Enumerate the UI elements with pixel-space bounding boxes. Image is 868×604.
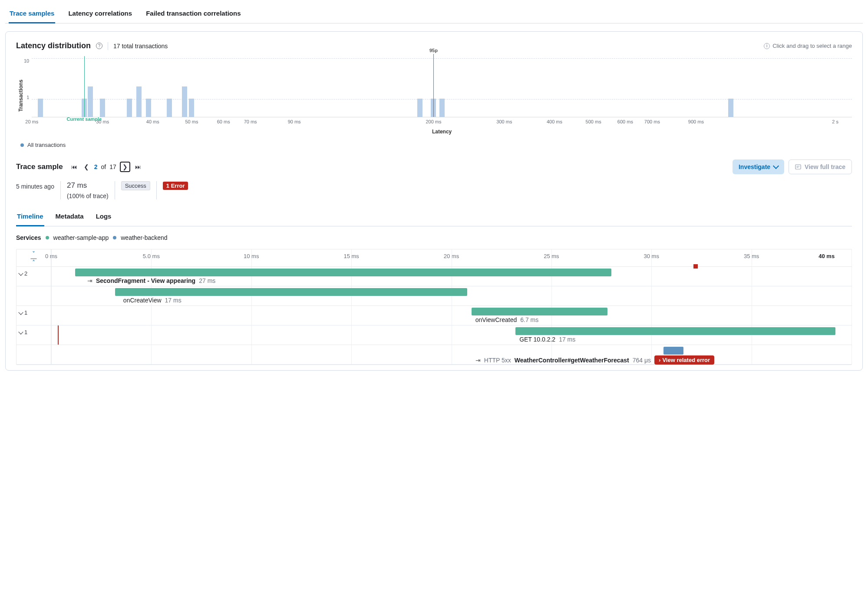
x-tick: 90 ms <box>288 119 301 124</box>
latency-dist-subtitle: 17 total transactions <box>113 43 168 50</box>
span-row[interactable]: ⇥HTTP 5xxWeatherController#getWeatherFor… <box>17 345 851 365</box>
span-row[interactable]: 2⇥SecondFragment - View appearing27 ms <box>17 267 851 286</box>
span-duration: 17 ms <box>559 336 575 343</box>
x-ticks: Current sample20 ms30 ms40 ms50 ms60 ms7… <box>32 119 852 127</box>
view-full-trace-button[interactable]: View full trace <box>789 159 852 174</box>
x-tick: 900 ms <box>688 119 704 124</box>
tab-metadata[interactable]: Metadata <box>55 208 85 226</box>
histogram-bar[interactable] <box>127 99 132 117</box>
tab-logs[interactable]: Logs <box>95 208 112 226</box>
row-track: ⇥SecondFragment - View appearing27 ms <box>51 267 851 286</box>
y-tick: 1 <box>26 95 29 100</box>
divider <box>60 181 61 199</box>
row-toggle[interactable]: 2 <box>17 267 51 286</box>
tab-failed-tx-correlations[interactable]: Failed transaction correlations <box>145 5 241 23</box>
row-toggle[interactable]: 1 <box>17 306 51 325</box>
p95-label: 95p <box>429 48 438 53</box>
pager-of: of <box>101 163 106 170</box>
x-tick: 200 ms <box>426 119 441 124</box>
waterfall-ruler: ˅—˄ 0 ms5.0 ms10 ms15 ms20 ms25 ms30 ms3… <box>17 249 851 267</box>
view-full-trace-label: View full trace <box>805 163 845 170</box>
x-tick: 40 ms <box>146 119 159 124</box>
histogram-bar[interactable] <box>182 86 187 117</box>
span-name: GET 10.0.2.2 <box>519 336 555 343</box>
related-error-label: View related error <box>662 357 710 363</box>
info-icon[interactable]: ? <box>96 43 102 49</box>
span-bar[interactable] <box>515 327 835 335</box>
tab-timeline[interactable]: Timeline <box>16 208 44 226</box>
histogram-bar[interactable] <box>146 99 151 117</box>
view-related-error-button[interactable]: ›View related error <box>654 355 714 365</box>
legend-dot-icon <box>46 236 49 239</box>
span-bar[interactable] <box>472 308 607 315</box>
row-toggle[interactable] <box>17 286 51 305</box>
span-row[interactable]: onCreateView17 ms <box>17 286 851 306</box>
investigate-button[interactable]: Investigate <box>733 159 784 174</box>
trace-age: 5 minutes ago <box>16 183 54 190</box>
tab-latency-correlations[interactable]: Latency correlations <box>67 5 133 23</box>
span-name: SecondFragment - View appearing <box>96 277 195 284</box>
row-toggle[interactable] <box>17 345 51 364</box>
histogram-bar[interactable] <box>417 99 422 117</box>
exit-span-icon: ⇥ <box>87 277 92 284</box>
chevron-down-icon <box>773 163 779 169</box>
span-row[interactable]: 1GET 10.0.2.217 ms <box>17 325 851 345</box>
pager-prev-button[interactable]: ❮ <box>82 162 91 172</box>
span-label: onViewCreated6.7 ms <box>475 316 539 323</box>
span-name: onCreateView <box>123 297 162 304</box>
chevron-down-icon <box>18 310 23 315</box>
waterfall: ˅—˄ 0 ms5.0 ms10 ms15 ms20 ms25 ms30 ms3… <box>16 249 852 365</box>
span-bar[interactable] <box>75 269 611 276</box>
span-duration: 17 ms <box>165 297 182 304</box>
latency-dist-title: Latency distribution <box>16 41 91 50</box>
collapse-icon: ˅—˄ <box>31 252 37 265</box>
histogram-bar[interactable] <box>167 99 172 117</box>
trace-duration: 27 ms <box>67 181 109 190</box>
trace-meta: 5 minutes ago 27 ms (100% of trace) Succ… <box>16 181 852 199</box>
pager-last-button[interactable]: ⏭ <box>134 162 142 172</box>
service-name: weather-sample-app <box>53 234 109 241</box>
current-sample-marker <box>84 56 85 117</box>
row-toggle[interactable]: 1 <box>17 325 51 345</box>
span-row[interactable]: 1onViewCreated6.7 ms <box>17 306 851 325</box>
pager-total: 17 <box>109 163 116 170</box>
x-tick: 2 s <box>832 119 838 124</box>
trace-panel: Latency distribution ? 17 total transact… <box>5 31 863 371</box>
row-track: onViewCreated6.7 ms <box>51 306 851 325</box>
investigate-label: Investigate <box>739 163 770 170</box>
child-count: 1 <box>24 309 27 316</box>
divider <box>115 181 115 199</box>
trace-sample-title: Trace sample <box>16 163 63 171</box>
span-label: ⇥SecondFragment - View appearing27 ms <box>87 277 215 284</box>
histogram-bar[interactable] <box>439 99 445 117</box>
histogram-bar[interactable] <box>136 86 142 117</box>
span-label: ⇥HTTP 5xxWeatherController#getWeatherFor… <box>475 355 714 365</box>
latency-chart[interactable]: Transactions 10 1 95p Current sample20 m… <box>16 56 852 135</box>
x-tick: 300 ms <box>496 119 512 124</box>
chart-plot-area[interactable]: 95p <box>32 56 852 117</box>
trace-sample-header: Trace sample ⏮ ❮ 2 of 17 ❯ ⏭ Investigate… <box>16 159 852 174</box>
error-badge[interactable]: 1 Error <box>163 182 188 190</box>
span-name: WeatherController#getWeatherForecast <box>515 357 629 364</box>
x-tick: 20 ms <box>25 119 38 124</box>
tab-trace-samples[interactable]: Trace samples <box>9 5 55 23</box>
span-bar[interactable] <box>663 347 683 355</box>
histogram-bar[interactable] <box>189 99 194 117</box>
row-track: ⇥HTTP 5xxWeatherController#getWeatherFor… <box>51 345 851 364</box>
histogram-bar[interactable] <box>728 99 733 117</box>
pager-next-button[interactable]: ❯ <box>120 162 130 172</box>
histogram-bar[interactable] <box>88 86 93 117</box>
span-bar[interactable] <box>115 288 467 296</box>
histogram-bar[interactable] <box>38 99 43 117</box>
child-count: 2 <box>24 270 27 277</box>
row-track: GET 10.0.2.217 ms <box>51 325 851 345</box>
pager-first-button[interactable]: ⏮ <box>70 162 79 172</box>
span-duration: 6.7 ms <box>520 316 538 323</box>
service-name: weather-backend <box>121 234 167 241</box>
x-tick: 700 ms <box>644 119 660 124</box>
x-tick: 70 ms <box>244 119 257 124</box>
svg-rect-0 <box>795 165 801 169</box>
histogram-bar[interactable] <box>100 99 105 117</box>
pager-current: 2 <box>94 163 98 170</box>
info-icon: i <box>764 43 770 49</box>
